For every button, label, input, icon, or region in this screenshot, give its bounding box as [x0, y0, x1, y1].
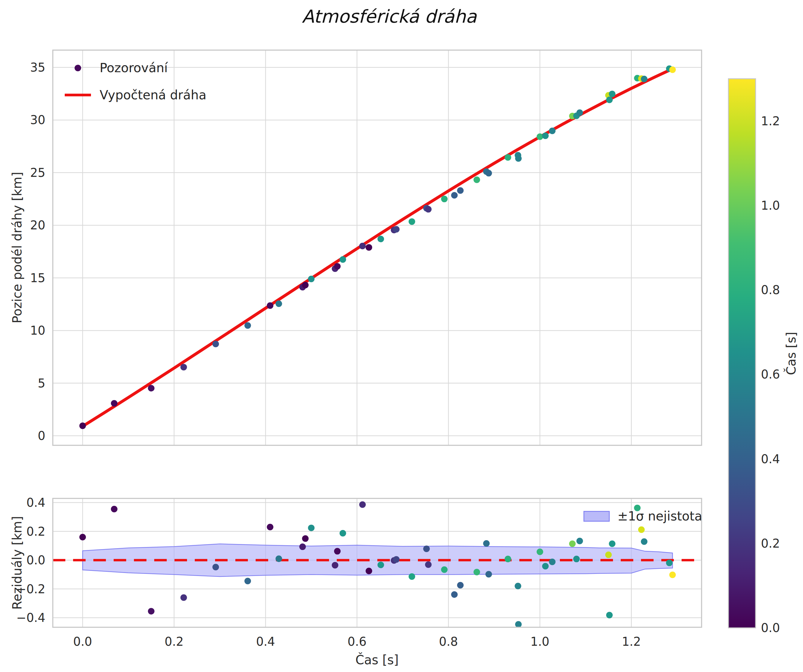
scatter-point [366, 244, 372, 250]
scatter-point [505, 154, 511, 161]
residual-y-tick-label: 0.2 [26, 525, 46, 538]
scatter-point [111, 400, 117, 407]
residual-point [549, 558, 556, 565]
fitted-line-icon [63, 94, 92, 96]
residual-point [393, 556, 400, 563]
residual-y-tick-label: 0.4 [26, 496, 46, 510]
residual-point [638, 526, 645, 533]
scatter-point [80, 423, 86, 429]
scatter-point [425, 206, 432, 213]
residual-point [409, 573, 415, 580]
residual-point [276, 555, 282, 562]
x-tick-label: 0.0 [73, 635, 92, 648]
scatter-point [359, 243, 366, 249]
x-tick-label: 0.6 [348, 635, 367, 648]
residual-point [308, 525, 315, 531]
residual-point [267, 524, 273, 530]
colorbar-tick-label: 0.0 [761, 621, 780, 635]
legend-item-fit: Vypočtená dráha [63, 81, 206, 109]
scatter-point [606, 97, 613, 103]
residual-point [576, 538, 583, 544]
scatter-point [148, 385, 154, 392]
scatter-point [276, 300, 282, 307]
scatter-point [536, 133, 543, 140]
residual-point [505, 556, 511, 562]
residual-point [485, 571, 492, 578]
residual-point [515, 621, 522, 628]
residual-point [212, 564, 219, 570]
residual-point [148, 608, 154, 614]
residual-point [451, 591, 458, 598]
residual-point [378, 562, 384, 568]
residual-point [641, 538, 648, 545]
scatter-point [542, 132, 549, 139]
residual-y-tick-label: 0.0 [26, 553, 46, 567]
x-axis-label: Čas [s] [356, 653, 399, 667]
scatter-point [576, 109, 583, 116]
scatter-point [308, 276, 315, 282]
colorbar-label: Čas [s] [784, 332, 798, 375]
residual-point [180, 594, 187, 601]
scatter-point [334, 263, 341, 269]
scatter-point [441, 196, 448, 202]
scatter-point [451, 192, 458, 199]
x-tick-label: 1.2 [622, 635, 641, 648]
colorbar-tick-label: 1.0 [761, 199, 780, 213]
residual-y-tick-label: −0.4 [16, 611, 46, 625]
residual-point [111, 506, 117, 513]
scatter-point [212, 341, 219, 347]
residual-point [573, 556, 580, 562]
figure: 051015202530350.40.20.0−0.2−0.40.00.20.4… [0, 0, 803, 672]
scatter-point [378, 235, 384, 242]
residual-point [423, 545, 430, 552]
scatter-point [515, 155, 522, 162]
scatter-point [244, 322, 251, 329]
residual-point [302, 536, 309, 542]
main-y-tick-label: 5 [38, 377, 46, 390]
scatter-point [485, 170, 492, 177]
residual-point [334, 548, 341, 555]
chart-title: Atmosférická dráha [302, 6, 477, 27]
residual-point [299, 544, 306, 550]
residual-point [483, 540, 490, 547]
residual-point [609, 541, 615, 547]
colorbar-tick-label: 0.6 [761, 367, 780, 381]
scatter-point [180, 364, 187, 370]
colorbar-tick-label: 0.8 [761, 283, 780, 297]
colorbar-tick-label: 1.2 [761, 114, 780, 128]
residual-point [605, 552, 612, 558]
scatter-point [473, 177, 480, 183]
colorbar-tick-label: 0.2 [761, 537, 780, 550]
residual-point [332, 562, 338, 568]
residual-point [606, 612, 613, 618]
residual-legend: ±1σ nejistota [584, 509, 702, 523]
residual-point [536, 549, 543, 555]
x-tick-label: 0.8 [439, 635, 458, 648]
scatter-point [457, 187, 463, 194]
scatter-point [609, 91, 615, 97]
colorbar-gradient [728, 79, 756, 628]
residual-point [670, 571, 676, 578]
residual-point [569, 541, 576, 547]
residual-point [425, 562, 432, 568]
scatter-point [670, 67, 676, 73]
residual-point [359, 502, 366, 508]
x-tick-label: 1.0 [530, 635, 549, 648]
main-y-axis-label: Pozice podél dráhy [km] [10, 172, 24, 323]
main-legend: Pozorování Vypočtená dráha [63, 54, 206, 109]
residual-point [542, 563, 549, 570]
scatter-point [409, 218, 415, 225]
main-y-tick-label: 20 [30, 218, 46, 232]
colorbar-tick-label: 0.4 [761, 452, 780, 466]
observation-marker-icon [63, 65, 92, 71]
legend-fit-label: Vypočtená dráha [100, 88, 206, 102]
main-y-tick-label: 35 [30, 60, 46, 74]
scatter-point [549, 128, 556, 134]
residual-point [80, 534, 86, 541]
scatter-point [302, 282, 309, 289]
legend-observations-label: Pozorování [100, 60, 167, 75]
x-tick-label: 0.4 [256, 635, 275, 648]
residual-point [515, 583, 521, 589]
fit-line [83, 69, 673, 427]
main-y-tick-label: 15 [30, 271, 46, 285]
